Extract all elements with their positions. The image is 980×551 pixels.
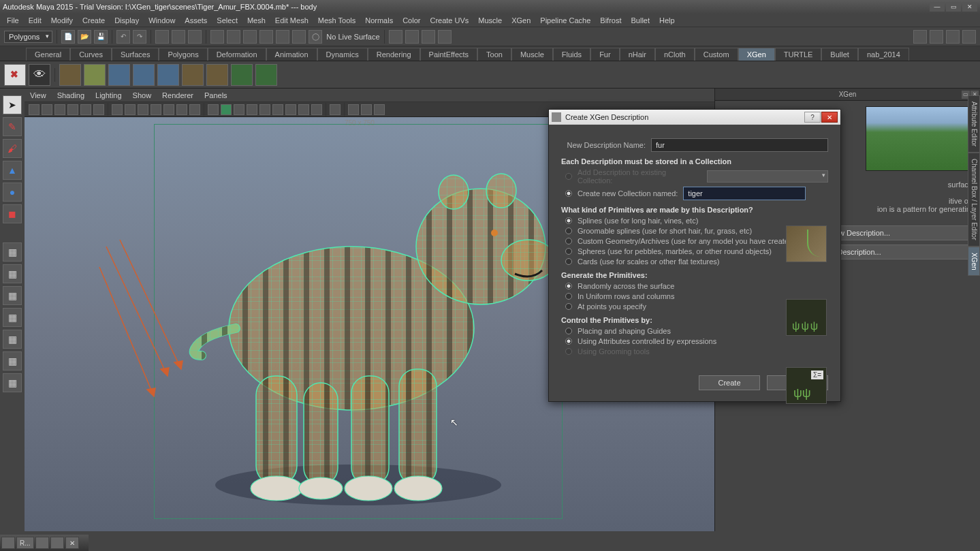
snap-magnet3-icon[interactable]	[243, 30, 257, 44]
select-tool[interactable]: ➤	[3, 95, 22, 114]
viewmenu-shading[interactable]: Shading	[57, 91, 84, 99]
menu-pipelinecache[interactable]: Pipeline Cache	[536, 15, 595, 26]
taskbar-item[interactable]: R...	[16, 537, 34, 549]
shelf-deformation[interactable]: Deformation	[208, 48, 266, 61]
vp-gate-mask-icon[interactable]	[151, 104, 161, 115]
new-collection-name-input[interactable]	[683, 187, 806, 200]
snap-grid-icon[interactable]	[188, 30, 202, 44]
radio-points[interactable]	[565, 303, 572, 310]
radio-guides[interactable]	[565, 328, 572, 334]
live-surface-icon[interactable]: ◯	[309, 30, 322, 44]
shelf-xgen-guides3-icon[interactable]	[157, 64, 179, 86]
menu-meshtools[interactable]: Mesh Tools	[314, 15, 360, 26]
vp-shading-icon[interactable]	[272, 104, 283, 115]
render-globals-icon[interactable]	[438, 30, 452, 44]
window-close-button[interactable]: ✕	[962, 2, 977, 12]
sidetab-channel-box[interactable]: Channel Box / Layer Editor	[968, 153, 980, 247]
vp-safe-action-icon[interactable]	[176, 104, 187, 115]
paint-select-tool[interactable]: 🖌	[3, 139, 22, 158]
radio-attributes[interactable]	[565, 338, 572, 345]
menu-editmesh[interactable]: Edit Mesh	[271, 15, 313, 26]
shelf-bullet[interactable]: Bullet	[821, 48, 858, 61]
radio-random[interactable]	[565, 283, 572, 289]
viewmenu-show[interactable]: Show	[133, 91, 152, 99]
snap-curves-icon[interactable]	[172, 30, 185, 44]
viewmenu-renderer[interactable]: Renderer	[162, 91, 193, 99]
viewmenu-lighting[interactable]: Lighting	[95, 91, 122, 99]
vp-field-chart-icon[interactable]	[163, 104, 174, 115]
scale-tool[interactable]: ◼	[3, 204, 22, 223]
lasso-tool[interactable]: ✎	[3, 117, 22, 136]
render-view-icon[interactable]	[422, 30, 435, 44]
viewmenu-view[interactable]: View	[30, 91, 46, 99]
file-new-icon[interactable]: 📄	[61, 30, 75, 44]
shelf-custom[interactable]: Custom	[695, 48, 738, 61]
menu-select[interactable]: Select	[212, 15, 242, 26]
shelf-xgen[interactable]: XGen	[738, 48, 775, 61]
radio-create-new[interactable]	[565, 190, 572, 197]
layout-four[interactable]: ▦	[3, 264, 22, 283]
rotate-tool[interactable]: ●	[3, 183, 22, 202]
layout-single[interactable]: ▦	[3, 242, 22, 262]
ipr-render-icon[interactable]	[405, 30, 419, 44]
vp-select-camera-icon[interactable]	[29, 104, 39, 115]
menu-normals[interactable]: Normals	[361, 15, 397, 26]
shelf-xgen-clear-icon[interactable]	[231, 64, 253, 86]
menu-xgen[interactable]: XGen	[507, 15, 535, 26]
redo-icon[interactable]: ↷	[133, 30, 146, 44]
menu-modify[interactable]: Modify	[47, 15, 77, 26]
vp-textured-icon[interactable]	[234, 104, 244, 115]
snap-magnet-icon[interactable]	[210, 30, 224, 44]
radio-spheres[interactable]	[565, 248, 572, 255]
vp-smooth-shade-icon[interactable]	[221, 104, 232, 115]
shelf-animation[interactable]: Animation	[266, 48, 317, 61]
menu-create[interactable]: Create	[78, 15, 109, 26]
vp-aa-icon[interactable]	[311, 104, 322, 115]
shelf-fur[interactable]: Fur	[590, 48, 620, 61]
snap-points-icon[interactable]	[155, 30, 169, 44]
file-save-icon[interactable]: 💾	[94, 30, 108, 44]
vp-xray-joints-icon[interactable]	[361, 104, 372, 115]
vp-motion-blur-icon[interactable]	[298, 104, 309, 115]
vp-expose-icon[interactable]	[374, 104, 385, 115]
file-open-icon[interactable]: 📂	[78, 30, 91, 44]
window-minimize-button[interactable]: —	[930, 2, 945, 12]
vp-safe-title-icon[interactable]	[189, 104, 200, 115]
shelf-xgen-update-icon[interactable]	[84, 64, 106, 86]
layout-outliner[interactable]: ▦	[3, 351, 22, 371]
menu-bullet[interactable]: Bullet	[627, 15, 654, 26]
shelf-xgen-window-icon[interactable]: 👁	[29, 64, 50, 86]
vp-grease-pencil-icon[interactable]	[93, 104, 104, 115]
shelf-xgen-create-icon[interactable]	[59, 64, 81, 86]
menu-edit[interactable]: Edit	[25, 15, 46, 26]
window-restore-button[interactable]: ▭	[946, 2, 961, 12]
shelf-rendering[interactable]: Rendering	[368, 48, 420, 61]
taskbar-min-icon[interactable]	[35, 537, 49, 549]
menu-muscle[interactable]: Muscle	[474, 15, 506, 26]
vp-film-gate-icon[interactable]	[125, 104, 136, 115]
layout-two-v[interactable]: ▦	[3, 308, 22, 327]
shelf-xgen-guides2-icon[interactable]	[133, 64, 155, 86]
shelf-polygons[interactable]: Polygons	[159, 48, 207, 61]
layout-icon1[interactable]	[913, 30, 927, 44]
snap-magnet4-icon[interactable]	[259, 30, 273, 44]
radio-cards[interactable]	[565, 258, 572, 265]
menu-assets[interactable]: Assets	[180, 15, 211, 26]
taskbar-max-icon[interactable]	[50, 537, 64, 549]
menu-createuvs[interactable]: Create UVs	[426, 15, 473, 26]
shelf-xgen-density-icon[interactable]	[255, 64, 277, 86]
menu-window[interactable]: Window	[144, 15, 179, 26]
vp-isolate-icon[interactable]	[330, 104, 341, 115]
layout-icon3[interactable]	[946, 30, 960, 44]
move-tool[interactable]: ▲	[3, 161, 22, 180]
layout-icon4[interactable]	[962, 30, 976, 44]
sidetab-xgen[interactable]: XGen	[968, 247, 980, 277]
render-frame-icon[interactable]	[389, 30, 402, 44]
shelf-turtle[interactable]: TURTLE	[775, 48, 822, 61]
radio-splines[interactable]	[565, 217, 572, 224]
shelf-general[interactable]: General	[26, 48, 70, 61]
shelf-xgen-preview-icon[interactable]	[206, 64, 228, 86]
dialog-titlebar[interactable]: Create XGen Description ? ✕	[549, 110, 840, 125]
vp-use-lights-icon[interactable]	[247, 104, 257, 115]
vp-2d-pan-icon[interactable]	[80, 104, 91, 115]
